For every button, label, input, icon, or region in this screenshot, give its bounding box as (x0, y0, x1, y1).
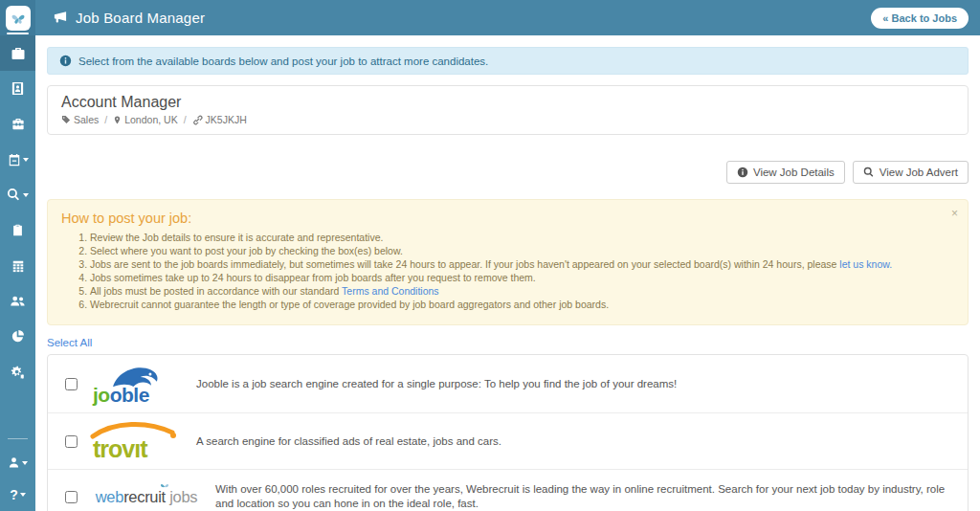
chevron-down-icon (23, 193, 29, 197)
sidebar-item-help[interactable]: ? (0, 480, 35, 509)
briefcase-icon (11, 46, 26, 61)
trovit-logo-text: trovıt (93, 437, 147, 461)
trovit-description: A search engine for classified ads of re… (189, 434, 956, 449)
question-icon: ? (10, 487, 18, 502)
job-boards-list: jooble Jooble is a job search engine cre… (47, 354, 969, 511)
butterfly-icon (159, 481, 170, 491)
user-icon (8, 456, 20, 469)
sidebar-item-users[interactable] (0, 283, 35, 319)
search-icon (7, 188, 21, 202)
close-icon[interactable]: × (951, 208, 958, 219)
sidebar-item-calendar[interactable] (0, 248, 35, 283)
jooble-description: Jooble is a job search engine created fo… (189, 377, 956, 391)
sidebar-item-schedule[interactable] (0, 142, 35, 177)
howto-step-text: Jobs sometimes take up to 24 hours to di… (90, 272, 536, 283)
how-to-post-panel: × How to post your job: Review the Job d… (47, 199, 969, 325)
trovit-text-p2: ıt (134, 435, 146, 462)
job-location-text: London, UK (124, 114, 177, 125)
page-title-text: Job Board Manager (76, 10, 205, 26)
howto-step-text: Webrecruit cannot guarantee the length o… (90, 299, 609, 310)
address-book-icon (11, 81, 25, 96)
job-actions: View Job Details View Job Advert (47, 161, 969, 184)
job-summary-card: Account Manager Sales / London, UK (47, 85, 969, 135)
howto-inline-link[interactable]: let us know. (839, 258, 892, 270)
info-circle-icon (59, 55, 72, 67)
jooble-logo: jooble (85, 363, 189, 405)
sidebar-item-clipboard[interactable] (0, 212, 35, 248)
info-circle-icon (737, 167, 748, 178)
jooble-logo-text: jooble (93, 385, 149, 405)
jooble-text-green: jo (93, 384, 110, 406)
logo-underline (7, 33, 29, 34)
howto-step: Jobs sometimes take up to 24 hours to di… (90, 272, 954, 285)
view-job-advert-button[interactable]: View Job Advert (853, 161, 969, 184)
megaphone-icon (53, 11, 68, 25)
webrecruit-description: With over 60,000 roles recruited for ove… (208, 482, 956, 511)
job-category: Sales (61, 114, 99, 125)
view-job-details-button[interactable]: View Job Details (726, 161, 845, 184)
sidebar-item-toolbox[interactable] (0, 106, 35, 142)
select-all-link[interactable]: Select All (47, 337, 92, 348)
job-title: Account Manager (61, 94, 954, 111)
sidebar: ? (0, 35, 35, 511)
sidebar-bottom: ? (0, 433, 35, 511)
page-title: Job Board Manager (53, 10, 205, 26)
clipboard-icon (11, 223, 24, 237)
howto-step: Select where you want to post your job b… (90, 245, 954, 258)
board-row-webrecruit: webrecruit jobs With over 60,000 roles r… (48, 470, 968, 511)
sidebar-item-settings[interactable] (0, 354, 35, 389)
link-icon (192, 115, 203, 125)
webrecruit-text-web: web (96, 488, 123, 505)
pie-chart-icon (11, 329, 25, 344)
sidebar-item-jobs[interactable] (0, 35, 35, 71)
sidebar-item-reports[interactable] (0, 319, 35, 354)
butterfly-logo-icon (6, 6, 31, 31)
topbar: Job Board Manager « Back to Jobs (0, 0, 980, 35)
howto-step-text: All jobs must be posted in accordance wi… (90, 285, 342, 297)
back-to-jobs-button[interactable]: « Back to Jobs (871, 8, 969, 29)
sidebar-divider (8, 438, 28, 439)
howto-step: Jobs are sent to the job boards immediat… (90, 258, 954, 272)
howto-step-text: Jobs are sent to the job boards immediat… (90, 258, 839, 270)
board-row-jooble: jooble Jooble is a job search engine cre… (48, 355, 968, 413)
webrecruit-logo: webrecruit jobs (85, 488, 208, 506)
job-reference-text: JK5JKJH (206, 114, 247, 125)
users-icon (10, 294, 26, 308)
search-icon (863, 167, 875, 178)
jooble-text-blue: oble (110, 384, 149, 406)
howto-step-text: Review the Job details to ensure it is a… (90, 232, 383, 243)
chevron-down-icon (20, 493, 26, 497)
howto-step-text: Select where you want to post your job b… (90, 245, 403, 256)
howto-steps: Review the Job details to ensure it is a… (90, 232, 954, 312)
view-job-details-label: View Job Details (753, 167, 835, 178)
jooble-checkbox[interactable] (65, 378, 78, 390)
howto-inline-link[interactable]: Terms and Conditions (342, 285, 439, 297)
tag-icon (61, 115, 71, 124)
sidebar-item-candidates[interactable] (0, 71, 35, 106)
view-job-advert-label: View Job Advert (880, 167, 958, 178)
trovit-logo: trovıt (85, 421, 189, 461)
app-logo[interactable] (0, 0, 35, 35)
job-meta: Sales / London, UK / (61, 114, 954, 125)
main-content: Select from the available boards below a… (35, 35, 980, 511)
webrecruit-checkbox[interactable] (65, 491, 78, 503)
sidebar-item-account[interactable] (0, 445, 35, 480)
info-alert: Select from the available boards below a… (47, 47, 969, 75)
toolbox-icon (11, 117, 26, 131)
howto-step: Webrecruit cannot guarantee the length o… (90, 299, 954, 312)
meta-separator: / (104, 114, 107, 125)
howto-step: All jobs must be posted in accordance wi… (90, 285, 954, 299)
how-to-post-title: How to post your job: (61, 211, 954, 226)
trovit-i-dot (170, 433, 176, 438)
job-category-text: Sales (74, 114, 99, 125)
job-location: London, UK (113, 114, 177, 125)
trovit-text-p1: trov (93, 435, 134, 462)
meta-separator: / (184, 114, 187, 125)
calendar-minus-icon (8, 153, 21, 167)
map-marker-icon (113, 115, 122, 125)
info-alert-text: Select from the available boards below a… (78, 56, 488, 67)
trovit-checkbox[interactable] (65, 435, 78, 448)
board-row-trovit: trovıt A search engine for classified ad… (48, 413, 968, 470)
sidebar-item-search[interactable] (0, 177, 35, 212)
chevron-down-icon (23, 158, 29, 162)
